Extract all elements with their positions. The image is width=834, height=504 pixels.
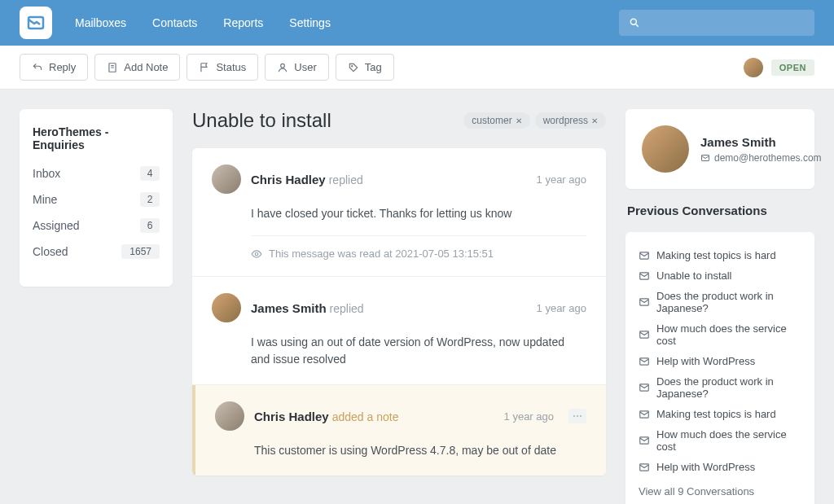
conversation-title: Making test topics is hard <box>656 249 776 261</box>
message-author: Chris Hadleyadded a note <box>254 410 398 423</box>
previous-conversations-list: Making test topics is hard Unable to ins… <box>626 232 814 504</box>
sidebar-item-label: Closed <box>33 245 68 258</box>
read-receipt-text: This message was read at 2021-07-05 13:1… <box>269 248 494 260</box>
mail-icon <box>639 329 650 340</box>
previous-conversations-title: Previous Conversations <box>626 204 814 217</box>
conversation-link[interactable]: Does the product work in Japanese? <box>639 286 801 318</box>
sidebar-item-assigned[interactable]: Assigned 6 <box>33 218 160 233</box>
mail-icon <box>639 250 650 261</box>
ticket-header: Unable to install customer✕ wordpress✕ <box>192 109 606 132</box>
conversation-title: Help with WordPress <box>656 355 755 367</box>
tag-label: Tag <box>365 61 382 73</box>
tag-label: wordpress <box>543 115 588 126</box>
message-avatar <box>215 401 244 431</box>
message-body: I have closed your ticket. Thanks for le… <box>251 205 586 222</box>
message-thread: Chris Hadleyreplied 1 year ago I have cl… <box>192 148 606 476</box>
nav-mailboxes[interactable]: Mailboxes <box>75 16 126 29</box>
conversation-link[interactable]: Making test topics is hard <box>639 404 801 424</box>
view-all-conversations[interactable]: View all 9 Conversations <box>639 485 801 497</box>
svg-point-3 <box>281 64 285 68</box>
logo-icon <box>26 13 46 33</box>
conversation-title: How much does the service cost <box>656 428 801 453</box>
user-label: User <box>294 61 316 73</box>
mail-icon <box>639 382 650 393</box>
note-icon <box>107 62 118 73</box>
conversation-link[interactable]: Making test topics is hard <box>639 245 801 265</box>
tag-icon <box>348 62 359 73</box>
status-label: Status <box>216 61 246 73</box>
message-body: I was using an out of date version of Wo… <box>251 334 586 368</box>
customer-email-text: demo@herothemes.com <box>714 152 822 164</box>
message-action: added a note <box>332 410 399 423</box>
ticket-title: Unable to install <box>192 109 331 132</box>
conversation-title: Unable to install <box>656 270 732 282</box>
tag-customer[interactable]: customer✕ <box>463 112 529 129</box>
conversation-link[interactable]: How much does the service cost <box>639 424 801 457</box>
message-action: replied <box>329 173 363 186</box>
tag-remove-icon[interactable]: ✕ <box>591 116 598 125</box>
mail-icon <box>639 356 650 367</box>
message-item: James Smithreplied 1 year ago I was usin… <box>192 277 606 385</box>
user-button[interactable]: User <box>265 54 328 81</box>
message-note: Chris Hadleyadded a note 1 year ago ⋯ Th… <box>192 385 606 476</box>
message-author: James Smithreplied <box>251 301 364 315</box>
conversation-link[interactable]: Does the product work in Japanese? <box>639 371 801 404</box>
customer-avatar <box>642 125 689 173</box>
conversation-title: Does the product work in Japanese? <box>656 290 801 314</box>
reply-button[interactable]: Reply <box>20 54 88 81</box>
conversation-link[interactable]: Unable to install <box>639 265 801 286</box>
nav-contacts[interactable]: Contacts <box>152 16 197 29</box>
message-action: replied <box>330 302 364 315</box>
conversation-link[interactable]: Help with WordPress <box>639 351 801 371</box>
customer-email[interactable]: demo@herothemes.com <box>700 152 822 164</box>
sidebar-item-label: Mine <box>33 193 57 206</box>
conversation-title: Making test topics is hard <box>656 408 776 420</box>
tag-label: customer <box>472 115 511 126</box>
message-time: 1 year ago <box>537 173 586 186</box>
tag-button[interactable]: Tag <box>336 54 394 81</box>
ticket-tags: customer✕ wordpress✕ <box>463 112 606 129</box>
message-menu-button[interactable]: ⋯ <box>568 409 586 423</box>
flag-icon <box>199 62 210 73</box>
conversation-title: Help with WordPress <box>656 461 755 473</box>
sidebar-item-closed[interactable]: Closed 1657 <box>33 244 160 259</box>
mail-icon <box>639 462 650 473</box>
nav-reports[interactable]: Reports <box>223 16 263 29</box>
eye-icon <box>251 248 262 260</box>
toolbar: Reply Add Note Status User Tag OPEN <box>0 46 834 90</box>
nav-settings[interactable]: Settings <box>289 16 331 29</box>
conversation-title: How much does the service cost <box>656 322 801 347</box>
sidebar-item-mine[interactable]: Mine 2 <box>33 192 160 207</box>
status-button[interactable]: Status <box>187 54 258 81</box>
message-item: Chris Hadleyreplied 1 year ago I have cl… <box>192 148 606 277</box>
svg-point-5 <box>255 252 258 256</box>
reply-label: Reply <box>49 61 76 73</box>
message-author: Chris Hadleyreplied <box>251 173 363 186</box>
sidebar-item-inbox[interactable]: Inbox 4 <box>33 166 160 181</box>
read-receipt: This message was read at 2021-07-05 13:1… <box>251 235 586 260</box>
add-note-label: Add Note <box>124 61 168 73</box>
mail-icon <box>700 153 710 163</box>
tag-wordpress[interactable]: wordpress✕ <box>535 112 606 129</box>
conversation-link[interactable]: How much does the service cost <box>639 318 801 351</box>
main-column: Unable to install customer✕ wordpress✕ C… <box>192 109 606 504</box>
mail-icon <box>639 435 650 446</box>
search-input[interactable] <box>619 10 814 36</box>
add-note-button[interactable]: Add Note <box>94 54 180 81</box>
mail-icon <box>639 296 650 308</box>
app-logo[interactable] <box>20 7 52 39</box>
customer-card: James Smith demo@herothemes.com <box>626 109 814 189</box>
message-avatar <box>212 293 241 322</box>
svg-point-1 <box>630 19 636 24</box>
mail-icon <box>639 409 650 420</box>
user-icon <box>277 62 288 73</box>
search-icon <box>629 17 640 28</box>
sidebar-item-label: Assigned <box>33 219 80 232</box>
reply-icon <box>32 62 43 73</box>
right-column: James Smith demo@herothemes.com Previous… <box>626 109 814 504</box>
sidebar-item-count: 2 <box>140 192 160 207</box>
current-user-avatar[interactable] <box>744 58 763 77</box>
content-area: HeroThemes - Enquiries Inbox 4 Mine 2 As… <box>0 90 834 504</box>
conversation-link[interactable]: Help with WordPress <box>639 457 801 477</box>
tag-remove-icon[interactable]: ✕ <box>516 116 522 125</box>
